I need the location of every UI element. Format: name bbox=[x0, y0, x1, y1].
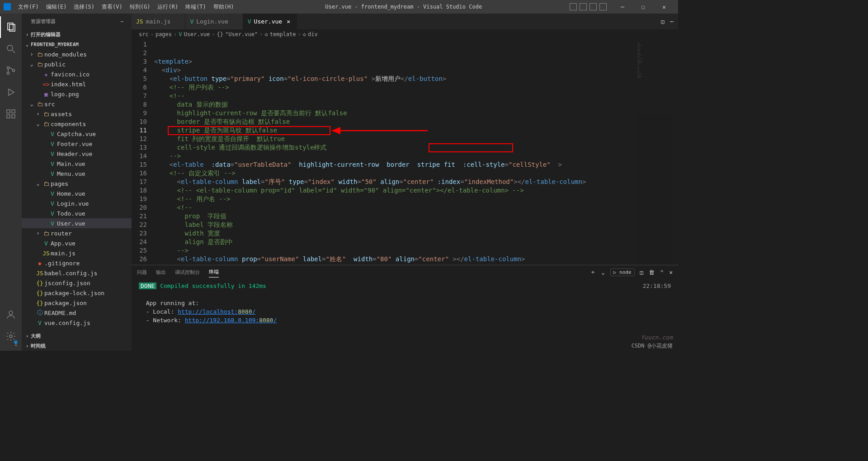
more-icon[interactable]: ⋯ bbox=[120, 19, 124, 24]
editor-tab[interactable]: VUser.vue✕ bbox=[243, 14, 297, 29]
code-editor[interactable]: 1234567891011121314151617181920212223242… bbox=[132, 39, 678, 265]
tree-item[interactable]: VUser.vue bbox=[22, 218, 132, 228]
breadcrumb-item[interactable]: src bbox=[139, 31, 149, 38]
tree-item-label: components bbox=[51, 121, 86, 127]
tree-item[interactable]: VMain.vue bbox=[22, 159, 132, 169]
folder-icon: 🗀 bbox=[42, 230, 51, 237]
tree-item[interactable]: ◆.gitignore bbox=[22, 258, 132, 268]
tree-item[interactable]: {}jsconfig.json bbox=[22, 278, 132, 288]
timeline-section[interactable]: ›时间线 bbox=[22, 341, 132, 351]
project-section[interactable]: ⌄FRONTEND_MYDREAM bbox=[22, 39, 132, 49]
status-bar[interactable] bbox=[0, 351, 678, 361]
line-gutter: 1234567891011121314151617181920212223242… bbox=[132, 39, 154, 265]
tree-item[interactable]: VLogin.vue bbox=[22, 198, 132, 208]
tree-item[interactable]: <>index.html bbox=[22, 79, 132, 89]
tree-item[interactable]: ⌄🗀src bbox=[22, 99, 132, 109]
close-panel-icon[interactable]: ✕ bbox=[669, 269, 673, 276]
source-control-icon[interactable] bbox=[0, 60, 22, 81]
code-content[interactable]: <template> <div> <el-button type="primar… bbox=[154, 39, 678, 265]
layout-btn[interactable] bbox=[570, 3, 577, 10]
tree-item[interactable]: VFooter.vue bbox=[22, 139, 132, 149]
close-tab-icon[interactable]: ✕ bbox=[285, 18, 292, 25]
tree-item[interactable]: VHeader.vue bbox=[22, 149, 132, 159]
folder-icon: 🗀 bbox=[42, 121, 51, 127]
activity-bar: 1 bbox=[0, 14, 22, 351]
menu-item[interactable]: 运行(R) bbox=[154, 0, 182, 14]
split-terminal-icon[interactable]: ◫ bbox=[640, 269, 644, 276]
menu-item[interactable]: 转到(G) bbox=[126, 0, 154, 14]
tree-item[interactable]: ›🗀node_modules bbox=[22, 49, 132, 59]
tree-item[interactable]: Vvue.config.js bbox=[22, 318, 132, 328]
file-icon: V bbox=[42, 240, 51, 247]
chevron-down-icon[interactable]: ⌄ bbox=[601, 269, 605, 276]
layout-btn[interactable] bbox=[590, 3, 597, 10]
file-icon: JS bbox=[35, 270, 44, 277]
maximize-button[interactable]: ☐ bbox=[633, 0, 654, 14]
layout-btn[interactable] bbox=[599, 3, 607, 10]
panel-tab[interactable]: 调试控制台 bbox=[175, 267, 200, 278]
extensions-icon[interactable] bbox=[0, 103, 22, 125]
new-terminal-icon[interactable]: ＋ bbox=[590, 268, 596, 276]
open-editors-section[interactable]: ›打开的编辑器 bbox=[22, 29, 132, 39]
menu-item[interactable]: 终端(T) bbox=[182, 0, 210, 14]
tree-item[interactable]: JSbabel.config.js bbox=[22, 268, 132, 278]
panel-tab[interactable]: 输出 bbox=[156, 267, 166, 278]
terminal-node-badge[interactable]: ▷ node bbox=[610, 268, 635, 276]
tree-item[interactable]: {}package.json bbox=[22, 298, 132, 308]
editor-tab[interactable]: JSmain.js✕ bbox=[132, 14, 185, 29]
editor-tab[interactable]: VLogin.vue✕ bbox=[185, 14, 243, 29]
tree-item[interactable]: VMenu.vue bbox=[22, 169, 132, 179]
tree-item[interactable]: ›🗀assets bbox=[22, 109, 132, 119]
tree-item-label: jsconfig.json bbox=[44, 280, 90, 287]
panel-tab[interactable]: 终端 bbox=[209, 267, 219, 278]
search-icon[interactable] bbox=[0, 38, 22, 60]
breadcrumb-item[interactable]: pages bbox=[156, 31, 172, 38]
tree-item[interactable]: VApp.vue bbox=[22, 238, 132, 248]
tree-item[interactable]: ▣logo.png bbox=[22, 89, 132, 99]
minimize-button[interactable]: ─ bbox=[612, 0, 633, 14]
menu-item[interactable]: 查看(V) bbox=[98, 0, 126, 14]
tree-item[interactable]: ⌄🗀public bbox=[22, 59, 132, 69]
breadcrumb-item[interactable]: User.vue bbox=[184, 31, 210, 38]
localhost-link[interactable]: http://localhost:8080/ bbox=[178, 308, 255, 315]
tree-item[interactable]: VHome.vue bbox=[22, 188, 132, 198]
menu-item[interactable]: 编辑(E) bbox=[42, 0, 71, 14]
close-button[interactable]: ✕ bbox=[654, 0, 675, 14]
tree-item[interactable]: ★favicon.ico bbox=[22, 69, 132, 79]
tree-item[interactable]: JSmain.js bbox=[22, 248, 132, 258]
explorer-icon[interactable] bbox=[0, 16, 22, 38]
svg-rect-9 bbox=[7, 115, 10, 118]
more-icon[interactable]: ⋯ bbox=[670, 18, 674, 25]
breadcrumb-icon: V bbox=[179, 31, 182, 38]
tree-item[interactable]: ⌄🗀components bbox=[22, 119, 132, 129]
tree-item[interactable]: VTodo.vue bbox=[22, 208, 132, 218]
menu-item[interactable]: 帮助(H) bbox=[210, 0, 238, 14]
network-link[interactable]: http://192.168.0.109:8080/ bbox=[185, 317, 277, 324]
menu-item[interactable]: 文件(F) bbox=[14, 0, 42, 14]
trash-icon[interactable]: 🗑 bbox=[649, 269, 655, 276]
run-debug-icon[interactable] bbox=[0, 81, 22, 103]
layout-btn[interactable] bbox=[580, 3, 587, 10]
terminal-output[interactable]: 22:18:59 DONE Compiled successfully in 1… bbox=[132, 279, 678, 351]
minimap[interactable]: ▬▬▬▬▬▬▬▬▬▬▬▬▬▬▬▬▬▬▬▬▬▬▬▬▬▬▬▬▬▬▬▬▬▬▬▬▬▬▬▬… bbox=[636, 39, 672, 265]
account-icon[interactable] bbox=[0, 304, 22, 325]
tree-item[interactable]: VCaptcha.vue bbox=[22, 129, 132, 139]
breadcrumb-item[interactable]: div bbox=[308, 31, 318, 38]
tree-item[interactable]: ⌄🗀pages bbox=[22, 179, 132, 188]
tab-label: Login.vue bbox=[196, 18, 228, 25]
tree-item[interactable]: ⓘREADME.md bbox=[22, 308, 132, 318]
outline-section[interactable]: ›大纲 bbox=[22, 331, 132, 341]
file-icon: {} bbox=[35, 280, 44, 287]
maximize-panel-icon[interactable]: ⌃ bbox=[660, 269, 664, 276]
menu-item[interactable]: 选择(S) bbox=[70, 0, 98, 14]
settings-icon[interactable]: 1 bbox=[0, 325, 22, 347]
breadcrumbs[interactable]: src›pages›VUser.vue›{}"User.vue"›◇templa… bbox=[132, 29, 678, 39]
tree-item[interactable]: {}package-lock.json bbox=[22, 288, 132, 298]
panel-tab[interactable]: 问题 bbox=[137, 267, 147, 278]
split-editor-icon[interactable]: ◫ bbox=[661, 18, 665, 25]
breadcrumb-icon: ◇ bbox=[303, 31, 306, 38]
breadcrumb-item[interactable]: template bbox=[270, 31, 296, 38]
tree-item[interactable]: ›🗀router bbox=[22, 228, 132, 238]
breadcrumb-item[interactable]: "User.vue" bbox=[225, 31, 258, 38]
svg-rect-11 bbox=[12, 110, 15, 113]
